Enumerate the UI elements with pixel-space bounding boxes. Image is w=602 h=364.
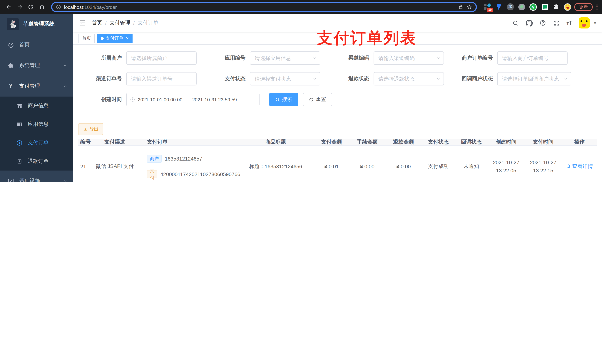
merchant-tag: 商户 <box>147 155 162 163</box>
extension-icon-y[interactable]: y <box>529 3 537 10</box>
goods-title: 标题：1635312124656 <box>237 146 314 182</box>
paid-time: 2021-10-2713:22:15 <box>525 146 562 182</box>
view-detail-link[interactable]: 查看详情 <box>566 163 593 170</box>
grid-icon <box>16 121 22 127</box>
sidebar-item-payment[interactable]: ¥ 支付管理 <box>0 76 73 96</box>
chevron-down-icon <box>563 77 568 81</box>
tag-pay-order[interactable]: 支付订单 × <box>97 33 132 43</box>
sidebar-item-app-info[interactable]: 应用信息 <box>0 115 73 134</box>
profile-avatar-icon[interactable] <box>564 3 571 10</box>
channel-code-select[interactable] <box>374 52 444 65</box>
pay-status: 支付成功 <box>428 163 449 170</box>
breadcrumb-payment[interactable]: 支付管理 <box>110 20 130 26</box>
filter-merchant-order-no: 商户订单编号 <box>449 52 568 65</box>
search-icon[interactable] <box>512 19 519 27</box>
pay-amount: ¥ 0.01 <box>324 163 339 169</box>
chevron-down-icon <box>436 56 441 60</box>
browser-menu-icon[interactable] <box>596 4 598 10</box>
col-header-fee: 手续金额 <box>349 139 386 145</box>
extension-icon-kite[interactable] <box>495 3 502 10</box>
extension-icon-blocks[interactable]: 10 <box>484 3 491 10</box>
table-header: 编号 支付渠道 支付订单 商品标题 支付金额 手续金额 退款金额 支付状态 回调… <box>78 139 597 146</box>
browser-back-button[interactable] <box>4 3 13 11</box>
store-icon <box>16 103 22 109</box>
avatar-caret-icon[interactable]: ▼ <box>593 21 597 25</box>
sidebar-item-home[interactable]: 首页 <box>0 34 73 55</box>
col-header-created: 创建时间 <box>488 139 525 145</box>
tag-home[interactable]: 首页 <box>78 33 95 43</box>
fullscreen-icon[interactable] <box>553 19 560 27</box>
merchant-order-no-input[interactable] <box>497 52 568 65</box>
merchant-order-no: 1635312124657 <box>165 156 202 161</box>
app-logo-row[interactable]: 🐇 芋道管理系统 <box>0 14 73 34</box>
chevron-down-icon <box>63 179 67 182</box>
browser-home-button[interactable] <box>38 3 46 11</box>
refund-status-select[interactable] <box>374 72 444 85</box>
pay-channel: 微信 JSAPI 支付 <box>96 163 134 170</box>
reset-button[interactable]: 重置 <box>303 93 332 106</box>
filter-channel-code: 渠道编码 <box>325 52 444 65</box>
github-icon[interactable] <box>525 19 533 27</box>
share-icon[interactable] <box>458 4 463 10</box>
user-avatar[interactable] <box>579 17 590 29</box>
fee-amount: ¥ 0.00 <box>360 163 375 169</box>
sidebar: 🐇 芋道管理系统 首页 系统管理 ¥ 支付管理 <box>0 14 73 182</box>
browser-chrome: localhost:1024/pay/order 10 ⌘ y <box>0 0 602 14</box>
app-title: 芋道管理系统 <box>23 21 54 27</box>
red-annotation-title: 支付订单列表 <box>317 28 417 48</box>
col-header-notify: 回调状态 <box>455 139 488 145</box>
created-time: 2021-10-2713:22:05 <box>488 146 525 182</box>
bookmark-star-icon[interactable] <box>466 4 472 10</box>
dashboard-icon <box>7 42 14 48</box>
sidebar-item-merchant-info[interactable]: 商户信息 <box>0 96 73 115</box>
extension-badge: 10 <box>487 8 493 12</box>
filter-create-time: 创建时间 2021-10-01 00:00:00 - 2021-10-31 23… <box>78 93 259 106</box>
table-row: 21 微信 JSAPI 支付 商户 1635312124657 支付 42000… <box>78 146 597 182</box>
gear-icon <box>7 62 14 69</box>
sidebar-item-infra[interactable]: 基础设施 <box>0 171 73 182</box>
help-icon[interactable] <box>539 19 547 27</box>
update-button[interactable]: 更新 <box>574 3 593 11</box>
breadcrumb: 首页 / 支付管理 / 支付订单 <box>92 20 159 26</box>
site-info-icon[interactable] <box>56 4 61 10</box>
monitor-icon <box>7 177 14 182</box>
channel-order-no-input[interactable] <box>126 72 197 85</box>
font-size-icon[interactable]: TT <box>567 20 572 26</box>
browser-reload-button[interactable] <box>27 3 35 11</box>
col-header-id: 编号 <box>78 139 93 145</box>
table-body: 21 微信 JSAPI 支付 商户 1635312124657 支付 42000… <box>78 146 597 182</box>
col-header-amount: 支付金额 <box>314 139 349 145</box>
pay-tag: 支付 <box>147 170 157 178</box>
sidebar-item-system[interactable]: 系统管理 <box>0 55 73 76</box>
pay-status-select[interactable] <box>250 72 320 85</box>
col-header-paid: 支付时间 <box>525 139 562 145</box>
search-button[interactable]: 搜索 <box>269 93 298 106</box>
merchant-input[interactable] <box>126 52 197 65</box>
url-bar[interactable]: localhost:1024/pay/order <box>51 2 477 12</box>
order-id: 21 <box>80 163 86 169</box>
extension-icon-chat[interactable] <box>541 3 548 10</box>
clock-icon <box>130 97 135 102</box>
extension-icon-record[interactable] <box>518 3 525 10</box>
breadcrumb-home[interactable]: 首页 <box>92 20 102 26</box>
notify-status-select[interactable] <box>497 72 571 85</box>
date-range-input[interactable]: 2021-10-01 00:00:00 - 2021-10-31 23:59:5… <box>126 93 259 106</box>
chevron-up-icon <box>63 84 67 88</box>
sidebar-item-refund-order[interactable]: 退款订单 <box>0 152 73 171</box>
col-header-action: 操作 <box>562 139 597 145</box>
close-tag-icon[interactable]: × <box>126 36 129 41</box>
active-dot-icon <box>101 37 104 40</box>
extension-icon-command[interactable]: ⌘ <box>506 3 514 10</box>
sidebar-item-pay-order[interactable]: 支付订单 <box>0 134 73 152</box>
col-header-refund: 退款金额 <box>386 139 422 145</box>
filter-channel-order-no: 渠道订单号 <box>78 72 197 85</box>
app-no-select[interactable] <box>250 52 320 65</box>
filter-app-no: 应用编号 <box>202 52 320 65</box>
refund-amount: ¥ 0.00 <box>396 163 411 169</box>
col-header-channel: 支付渠道 <box>93 139 137 145</box>
sidebar-collapse-icon[interactable] <box>78 19 87 27</box>
browser-forward-button[interactable] <box>16 3 24 11</box>
pay-order-no: 4200001174202110278060590766 <box>160 171 240 177</box>
extensions-puzzle-icon[interactable] <box>552 3 560 10</box>
export-button[interactable]: 导出 <box>78 123 103 135</box>
